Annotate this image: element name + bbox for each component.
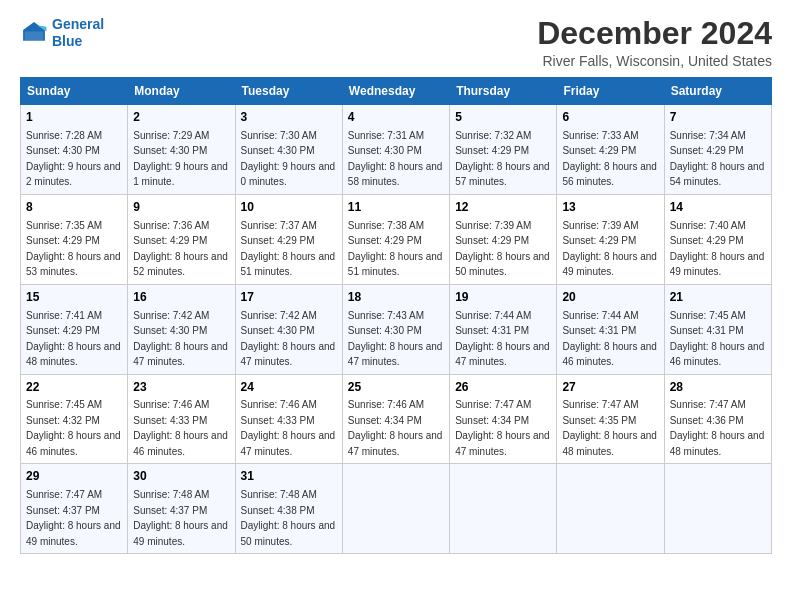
- day-number: 11: [348, 199, 444, 216]
- day-number: 20: [562, 289, 658, 306]
- calendar-cell: 27 Sunrise: 7:47 AMSunset: 4:35 PMDaylig…: [557, 374, 664, 464]
- cell-content: Sunrise: 7:34 AMSunset: 4:29 PMDaylight:…: [670, 130, 765, 188]
- calendar-cell: 2 Sunrise: 7:29 AMSunset: 4:30 PMDayligh…: [128, 105, 235, 195]
- cell-content: Sunrise: 7:33 AMSunset: 4:29 PMDaylight:…: [562, 130, 657, 188]
- day-number: 4: [348, 109, 444, 126]
- day-number: 29: [26, 468, 122, 485]
- calendar-cell: 6 Sunrise: 7:33 AMSunset: 4:29 PMDayligh…: [557, 105, 664, 195]
- cell-content: Sunrise: 7:41 AMSunset: 4:29 PMDaylight:…: [26, 310, 121, 368]
- column-header-row: Sunday Monday Tuesday Wednesday Thursday…: [21, 78, 772, 105]
- day-number: 2: [133, 109, 229, 126]
- day-number: 25: [348, 379, 444, 396]
- day-number: 14: [670, 199, 766, 216]
- day-number: 28: [670, 379, 766, 396]
- calendar-week-row: 15 Sunrise: 7:41 AMSunset: 4:29 PMDaylig…: [21, 284, 772, 374]
- day-number: 23: [133, 379, 229, 396]
- cell-content: Sunrise: 7:47 AMSunset: 4:36 PMDaylight:…: [670, 399, 765, 457]
- calendar-cell: 19 Sunrise: 7:44 AMSunset: 4:31 PMDaylig…: [450, 284, 557, 374]
- calendar-cell: [342, 464, 449, 554]
- day-number: 26: [455, 379, 551, 396]
- cell-content: Sunrise: 7:40 AMSunset: 4:29 PMDaylight:…: [670, 220, 765, 278]
- calendar-cell: 31 Sunrise: 7:48 AMSunset: 4:38 PMDaylig…: [235, 464, 342, 554]
- day-number: 5: [455, 109, 551, 126]
- day-number: 13: [562, 199, 658, 216]
- calendar-cell: [557, 464, 664, 554]
- calendar-cell: [450, 464, 557, 554]
- calendar-cell: 30 Sunrise: 7:48 AMSunset: 4:37 PMDaylig…: [128, 464, 235, 554]
- day-number: 31: [241, 468, 337, 485]
- cell-content: Sunrise: 7:46 AMSunset: 4:33 PMDaylight:…: [133, 399, 228, 457]
- day-number: 10: [241, 199, 337, 216]
- col-saturday: Saturday: [664, 78, 771, 105]
- calendar-cell: 21 Sunrise: 7:45 AMSunset: 4:31 PMDaylig…: [664, 284, 771, 374]
- day-number: 16: [133, 289, 229, 306]
- logo-line1: General: [52, 16, 104, 32]
- col-sunday: Sunday: [21, 78, 128, 105]
- calendar-cell: 23 Sunrise: 7:46 AMSunset: 4:33 PMDaylig…: [128, 374, 235, 464]
- cell-content: Sunrise: 7:36 AMSunset: 4:29 PMDaylight:…: [133, 220, 228, 278]
- cell-content: Sunrise: 7:47 AMSunset: 4:37 PMDaylight:…: [26, 489, 121, 547]
- cell-content: Sunrise: 7:31 AMSunset: 4:30 PMDaylight:…: [348, 130, 443, 188]
- cell-content: Sunrise: 7:42 AMSunset: 4:30 PMDaylight:…: [133, 310, 228, 368]
- cell-content: Sunrise: 7:35 AMSunset: 4:29 PMDaylight:…: [26, 220, 121, 278]
- cell-content: Sunrise: 7:43 AMSunset: 4:30 PMDaylight:…: [348, 310, 443, 368]
- calendar-cell: 12 Sunrise: 7:39 AMSunset: 4:29 PMDaylig…: [450, 194, 557, 284]
- calendar-cell: 20 Sunrise: 7:44 AMSunset: 4:31 PMDaylig…: [557, 284, 664, 374]
- cell-content: Sunrise: 7:39 AMSunset: 4:29 PMDaylight:…: [562, 220, 657, 278]
- calendar-cell: 25 Sunrise: 7:46 AMSunset: 4:34 PMDaylig…: [342, 374, 449, 464]
- header: General Blue December 2024 River Falls, …: [20, 16, 772, 69]
- day-number: 12: [455, 199, 551, 216]
- calendar-cell: 28 Sunrise: 7:47 AMSunset: 4:36 PMDaylig…: [664, 374, 771, 464]
- calendar-cell: 8 Sunrise: 7:35 AMSunset: 4:29 PMDayligh…: [21, 194, 128, 284]
- day-number: 6: [562, 109, 658, 126]
- calendar-week-row: 29 Sunrise: 7:47 AMSunset: 4:37 PMDaylig…: [21, 464, 772, 554]
- cell-content: Sunrise: 7:46 AMSunset: 4:34 PMDaylight:…: [348, 399, 443, 457]
- logo-text: General Blue: [52, 16, 104, 50]
- subtitle: River Falls, Wisconsin, United States: [537, 53, 772, 69]
- calendar-table: Sunday Monday Tuesday Wednesday Thursday…: [20, 77, 772, 554]
- day-number: 1: [26, 109, 122, 126]
- day-number: 18: [348, 289, 444, 306]
- col-monday: Monday: [128, 78, 235, 105]
- cell-content: Sunrise: 7:46 AMSunset: 4:33 PMDaylight:…: [241, 399, 336, 457]
- calendar-week-row: 8 Sunrise: 7:35 AMSunset: 4:29 PMDayligh…: [21, 194, 772, 284]
- cell-content: Sunrise: 7:29 AMSunset: 4:30 PMDaylight:…: [133, 130, 228, 188]
- calendar-cell: 18 Sunrise: 7:43 AMSunset: 4:30 PMDaylig…: [342, 284, 449, 374]
- main-title: December 2024: [537, 16, 772, 51]
- day-number: 9: [133, 199, 229, 216]
- calendar-cell: 22 Sunrise: 7:45 AMSunset: 4:32 PMDaylig…: [21, 374, 128, 464]
- day-number: 7: [670, 109, 766, 126]
- day-number: 30: [133, 468, 229, 485]
- cell-content: Sunrise: 7:45 AMSunset: 4:31 PMDaylight:…: [670, 310, 765, 368]
- calendar-cell: 10 Sunrise: 7:37 AMSunset: 4:29 PMDaylig…: [235, 194, 342, 284]
- cell-content: Sunrise: 7:48 AMSunset: 4:38 PMDaylight:…: [241, 489, 336, 547]
- calendar-cell: 17 Sunrise: 7:42 AMSunset: 4:30 PMDaylig…: [235, 284, 342, 374]
- calendar-cell: 1 Sunrise: 7:28 AMSunset: 4:30 PMDayligh…: [21, 105, 128, 195]
- col-tuesday: Tuesday: [235, 78, 342, 105]
- cell-content: Sunrise: 7:32 AMSunset: 4:29 PMDaylight:…: [455, 130, 550, 188]
- calendar-cell: 29 Sunrise: 7:47 AMSunset: 4:37 PMDaylig…: [21, 464, 128, 554]
- svg-rect-2: [25, 31, 44, 40]
- calendar-cell: 11 Sunrise: 7:38 AMSunset: 4:29 PMDaylig…: [342, 194, 449, 284]
- calendar-week-row: 22 Sunrise: 7:45 AMSunset: 4:32 PMDaylig…: [21, 374, 772, 464]
- calendar-cell: 13 Sunrise: 7:39 AMSunset: 4:29 PMDaylig…: [557, 194, 664, 284]
- cell-content: Sunrise: 7:47 AMSunset: 4:34 PMDaylight:…: [455, 399, 550, 457]
- cell-content: Sunrise: 7:28 AMSunset: 4:30 PMDaylight:…: [26, 130, 121, 188]
- cell-content: Sunrise: 7:48 AMSunset: 4:37 PMDaylight:…: [133, 489, 228, 547]
- calendar-cell: 26 Sunrise: 7:47 AMSunset: 4:34 PMDaylig…: [450, 374, 557, 464]
- day-number: 21: [670, 289, 766, 306]
- calendar-cell: 24 Sunrise: 7:46 AMSunset: 4:33 PMDaylig…: [235, 374, 342, 464]
- col-thursday: Thursday: [450, 78, 557, 105]
- logo-line2: Blue: [52, 33, 82, 49]
- cell-content: Sunrise: 7:42 AMSunset: 4:30 PMDaylight:…: [241, 310, 336, 368]
- day-number: 22: [26, 379, 122, 396]
- calendar-week-row: 1 Sunrise: 7:28 AMSunset: 4:30 PMDayligh…: [21, 105, 772, 195]
- calendar-cell: 5 Sunrise: 7:32 AMSunset: 4:29 PMDayligh…: [450, 105, 557, 195]
- calendar-cell: 3 Sunrise: 7:30 AMSunset: 4:30 PMDayligh…: [235, 105, 342, 195]
- day-number: 17: [241, 289, 337, 306]
- day-number: 15: [26, 289, 122, 306]
- calendar-cell: 15 Sunrise: 7:41 AMSunset: 4:29 PMDaylig…: [21, 284, 128, 374]
- cell-content: Sunrise: 7:37 AMSunset: 4:29 PMDaylight:…: [241, 220, 336, 278]
- cell-content: Sunrise: 7:44 AMSunset: 4:31 PMDaylight:…: [455, 310, 550, 368]
- cell-content: Sunrise: 7:39 AMSunset: 4:29 PMDaylight:…: [455, 220, 550, 278]
